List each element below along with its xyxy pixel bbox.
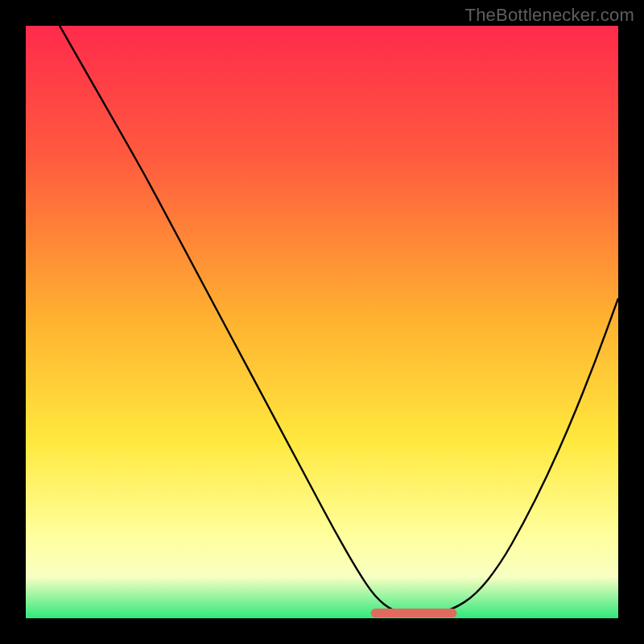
bottleneck-chart [26,26,618,618]
chart-container: TheBottlenecker.com [0,0,644,644]
watermark-text: TheBottlenecker.com [465,5,634,26]
plot-frame [26,26,618,618]
gradient-background [26,26,618,618]
